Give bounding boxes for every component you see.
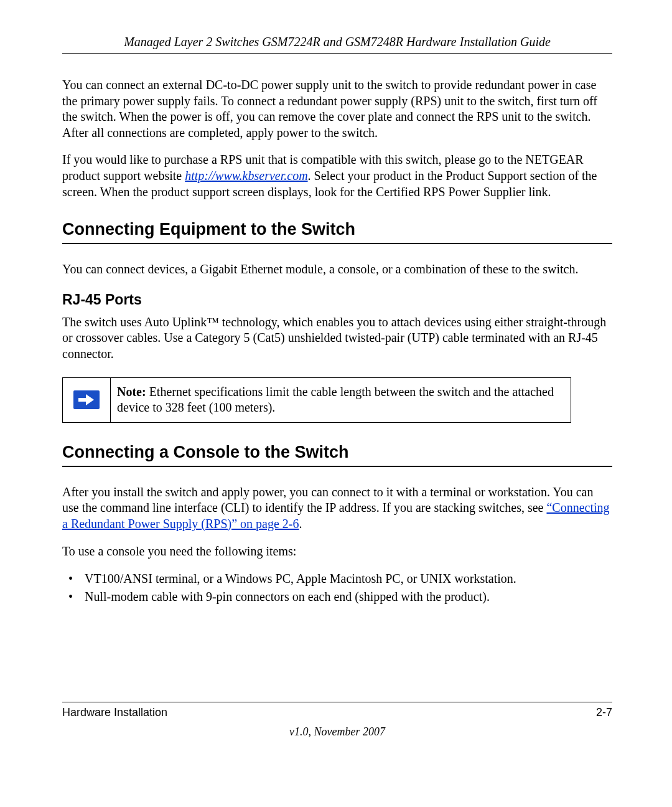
section-rule	[62, 466, 612, 467]
running-header: Managed Layer 2 Switches GSM7224R and GS…	[62, 35, 612, 49]
footer-rule	[62, 702, 612, 702]
paragraph-console-intro: After you install the switch and apply p…	[62, 484, 612, 532]
arrow-right-icon	[73, 390, 100, 409]
header-rule	[62, 53, 612, 54]
note-icon-cell	[63, 378, 111, 422]
text-before-xref: After you install the switch and apply p…	[62, 485, 593, 515]
paragraph-rps-intro: You can connect an external DC-to-DC pow…	[62, 77, 612, 141]
note-box: Note: Ethernet specifications limit the …	[62, 377, 571, 423]
heading-connecting-console: Connecting a Console to the Switch	[62, 443, 612, 462]
document-page: Managed Layer 2 Switches GSM7224R and GS…	[0, 0, 672, 807]
heading-connecting-equipment: Connecting Equipment to the Switch	[62, 220, 612, 239]
note-text: Note: Ethernet specifications limit the …	[111, 378, 571, 422]
section-rule	[62, 243, 612, 244]
paragraph-auto-uplink: The switch uses Auto Uplink™ technology,…	[62, 314, 612, 362]
footer-section: Hardware Installation	[62, 706, 167, 719]
note-body: Ethernet specifications limit the cable …	[117, 385, 554, 415]
note-label: Note:	[117, 385, 146, 399]
text-after-xref: .	[299, 517, 302, 531]
list-item: VT100/ANSI terminal, or a Windows PC, Ap…	[62, 570, 612, 587]
heading-rj45-ports: RJ-45 Ports	[62, 291, 612, 308]
list-item: Null-modem cable with 9-pin connectors o…	[62, 588, 612, 605]
page-footer: Hardware Installation 2-7 v1.0, November…	[62, 702, 612, 739]
footer-version: v1.0, November 2007	[62, 725, 612, 739]
paragraph-rps-purchase: If you would like to purchase a RPS unit…	[62, 152, 612, 200]
console-items-list: VT100/ANSI terminal, or a Windows PC, Ap…	[62, 570, 612, 605]
footer-page-number: 2-7	[596, 706, 612, 719]
paragraph-console-items: To use a console you need the following …	[62, 544, 612, 560]
paragraph-connect-devices: You can connect devices, a Gigabit Ether…	[62, 262, 612, 278]
link-kbserver[interactable]: http://www.kbserver.com	[185, 169, 307, 182]
